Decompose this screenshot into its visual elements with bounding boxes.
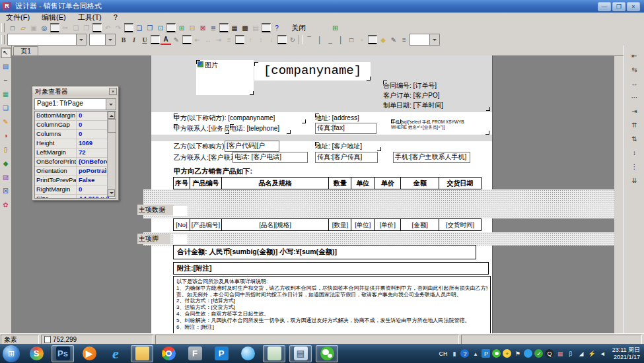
taskbar-ftp-app[interactable]: F [184,345,206,362]
ColumnGap[interactable]: ColumnGap 0 [35,121,116,130]
checkbox-object-tool[interactable]: ☒ [1,186,11,197]
ole-object-tool[interactable]: ✿ [1,200,11,211]
rotate-text-button[interactable]: ↻ [287,34,298,45]
table-data-cell[interactable]: [数量] [329,219,351,230]
redo-button[interactable]: ↷ [113,22,124,33]
party-b-address-object[interactable]: 地址: [客户地址] [315,142,381,151]
frame-right-button[interactable]: │ [336,34,346,45]
menu-item[interactable]: ? [108,13,124,21]
party-b-phone-object[interactable]: 电话: [客户电话] [233,152,308,163]
taskbar-notepad[interactable]: ▤ [289,345,312,362]
space-equally-horizontally-button[interactable]: ⋯ [628,92,641,103]
open-report-button[interactable]: ▱ [18,22,28,33]
table-header-cell[interactable]: 单位 [351,178,375,189]
picture-object-tool[interactable]: ▦ [1,89,11,100]
table-header-cell[interactable]: 金额 [401,178,439,189]
align-left-button[interactable]: ⇤ [192,34,203,45]
shape-object-tool[interactable]: ◆ [1,158,11,169]
align-horizontal-centers-button[interactable]: ⇆ [628,64,641,75]
party-a-phone-object[interactable]: 电话: [telephone] [230,124,291,134]
party-a-contact-object[interactable]: 甲方联系人:[业务员] [174,124,229,134]
maximize-button[interactable]: ❐ [612,2,626,11]
taskbar-mail-app[interactable] [263,345,285,362]
page-order-button[interactable]: ≣ [208,22,219,33]
send-to-back-button[interactable]: ❒ [145,22,155,33]
tray-power-plug[interactable]: ⚡ [587,349,596,358]
select-tool[interactable]: ↖ [1,48,11,58]
font-size-select[interactable] [89,34,116,46]
highlight-button[interactable]: ✎ [171,34,182,45]
OnBeforePrint[interactable]: OnBeforePrint (OnBeforePrint [35,158,116,167]
richtext-object-tool[interactable]: ▨ [1,172,11,183]
scroll-down-button[interactable] [108,189,115,197]
print-preview-button[interactable]: ◎ [39,22,50,33]
fill-color-button[interactable]: ◆ [378,34,388,45]
band-handle[interactable] [173,206,188,216]
BottomMargin[interactable]: BottomMargin 0 [35,112,116,121]
tray-wechat[interactable] [492,349,501,358]
company-name-object[interactable]: [companyname] [254,62,371,81]
RightMargin[interactable]: RightMargin 0 [35,185,116,195]
taskbar-clock[interactable]: 23:11 周日 2021/1/17 [612,346,640,361]
select-all-button[interactable]: ⊡ [155,22,166,33]
font-family-select[interactable] [7,34,87,46]
save-report-button[interactable]: ▣ [28,22,39,33]
product-table-data-row[interactable]: [No][产品编号][品名][规格][数量][单位][单价][金额][交货时间] [173,218,482,231]
align-vertical-centers-button[interactable]: ⇅ [628,133,641,145]
align-to-grid-button[interactable]: ▤ [250,22,261,33]
Orientation[interactable]: Orientation poPortrait [35,167,116,176]
tray-qq[interactable]: Q [545,349,554,358]
new-report-button[interactable]: □ [7,22,18,33]
taskbar-explorer[interactable] [131,345,153,362]
taskbar-chrome[interactable] [157,345,180,362]
band-grid-strip[interactable] [143,232,614,246]
property-value[interactable]: 0 [77,185,109,194]
property-value[interactable]: A4 210 x 297 m [77,195,109,199]
bold-button[interactable]: B [118,34,129,45]
total-amount-object[interactable]: 合计金额: 人民币[sumbig(金额)] 小写:¥[sum(金额)] [173,245,476,259]
toolbar-gripper[interactable] [1,23,5,32]
property-value[interactable]: 0 [77,121,109,129]
dropdown-arrow-icon[interactable] [429,34,439,45]
party-a-mobile-sql-object[interactable]: 手机:[sql('select 手机 FROM XSYWYB WHERE 姓名=… [391,119,489,135]
table-data-cell[interactable]: [单价] [375,219,401,230]
align-right-button[interactable]: ⇥ [213,34,224,45]
tray-p-app[interactable]: P [482,349,490,358]
property-value[interactable]: 0 [77,130,109,139]
band-handle[interactable] [173,234,188,244]
italic-button[interactable]: I [129,34,139,45]
align-tops-button[interactable]: ⇈ [628,119,641,131]
close-designer-button[interactable]: 关闭 [286,22,311,33]
center-vertically-in-band-button[interactable]: ↕ [628,147,641,158]
taskbar-media-player[interactable]: ▶ [78,345,100,362]
whats-this-help-button[interactable]: ? [271,22,282,33]
close-button[interactable]: × [627,2,640,11]
party-b-fax-object[interactable]: 传真:[客户传真] [315,152,378,163]
party-b-label-object[interactable]: 乙方(以下称购方): [174,142,228,151]
menu-item[interactable]: 文件(F) [0,13,36,22]
frame-bottom-button[interactable]: _ [325,34,336,45]
property-value[interactable]: 0 [77,112,109,120]
start-button[interactable]: ⊞ [3,345,20,362]
taskbar-360-app[interactable]: S [25,345,48,362]
valign-top-button[interactable]: ↑ [245,34,256,45]
tray-volume[interactable]: ◄ [598,349,607,358]
toolbar-gripper[interactable] [1,35,5,44]
menu-item[interactable]: 工具(T) [72,13,108,22]
master-footer-band-label[interactable]: 主项脚 [137,234,170,244]
align-right-edges-button[interactable]: ⇥ [628,106,641,117]
tray-security-plus[interactable]: + [503,349,511,358]
tray-show-hidden-chevron[interactable]: ▴ [471,349,480,358]
dropdown-arrow-icon[interactable] [106,99,116,110]
taskbar-tim[interactable] [236,345,259,362]
property-value[interactable]: False [77,176,109,185]
inspector-object-select[interactable]: Page1: TfrPage [34,98,116,110]
table-header-cell[interactable]: 序号 [174,178,190,189]
bring-to-front-button[interactable]: ❑ [134,22,145,33]
taskbar-photoshop[interactable]: Ps [52,345,74,362]
table-data-cell[interactable]: [金额] [401,219,439,230]
Columns[interactable]: Columns 0 [35,130,116,139]
inspector-scrollbar[interactable] [107,112,116,197]
frame-top-button[interactable]: ¯ [304,34,314,45]
property-value[interactable]: 72 [77,148,109,157]
